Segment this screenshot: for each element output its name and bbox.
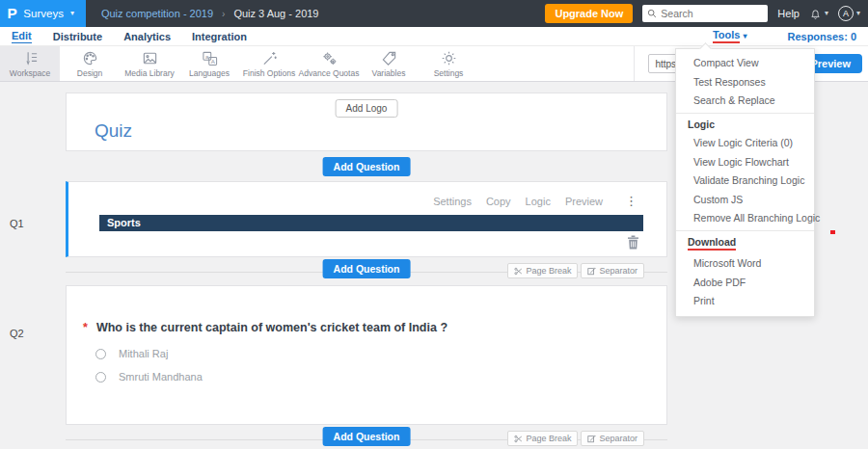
tab-integration[interactable]: Integration (192, 31, 247, 42)
menu-divider (676, 113, 814, 114)
chevron-down-icon: ▾ (743, 33, 746, 40)
question-actions: Settings Copy Logic Preview ⋮ (433, 194, 637, 208)
nav-right: Tools ▾ Responses: 0 (713, 29, 856, 43)
survey-title[interactable]: Quiz (95, 120, 132, 142)
tools-dropdown-menu: Compact View Test Responses Search & Rep… (675, 48, 815, 317)
question-card-q2[interactable]: *Who is the current captain of women's c… (66, 285, 667, 425)
svg-text:A: A (210, 57, 215, 64)
responses-count[interactable]: Responses: 0 (787, 31, 856, 42)
account-menu[interactable]: A ▾ (838, 6, 860, 21)
add-question-button-mid[interactable]: Add Question (323, 259, 411, 278)
help-link[interactable]: Help (777, 8, 800, 19)
menu-item-test-responses[interactable]: Test Responses (676, 73, 814, 92)
menu-item-custom-js[interactable]: Custom JS (676, 191, 814, 210)
search-box[interactable] (642, 5, 768, 22)
scissors-icon (514, 435, 523, 443)
chevron-down-icon: ▾ (70, 10, 74, 17)
tools-menu-button[interactable]: Tools ▾ (713, 29, 747, 43)
menu-item-adobe-pdf[interactable]: Adobe PDF (676, 274, 814, 293)
trash-icon (627, 235, 639, 250)
tools-label: Tools (713, 29, 741, 43)
svg-text:a: a (205, 52, 209, 59)
scissors-icon (514, 267, 523, 276)
tool-settings[interactable]: Settings (419, 46, 478, 81)
breadcrumb-survey: Quiz 3 Aug - 2019 (233, 8, 318, 19)
tab-analytics[interactable]: Analytics (123, 31, 171, 42)
delete-question-button[interactable] (627, 235, 639, 253)
topbar-right: Upgrade Now Help ▾ A ▾ (545, 4, 868, 23)
product-label: Surveys (23, 8, 64, 19)
menu-item-validate-branching-logic[interactable]: Validate Branching Logic (676, 172, 814, 191)
answer-option[interactable]: Smruti Mandhana (95, 371, 203, 383)
bell-icon (809, 8, 822, 20)
separator-icon (587, 435, 596, 443)
insert-row: Add Question Page Break Separator (66, 263, 667, 281)
add-logo-button[interactable]: Add Logo (336, 99, 398, 118)
image-icon (142, 50, 158, 66)
separator-button[interactable]: Separator (581, 431, 644, 446)
menu-item-print[interactable]: Print (676, 292, 814, 311)
survey-content: Add Logo Quiz Add Question Settings Copy… (66, 82, 667, 449)
separator-icon (587, 267, 596, 276)
notifications-menu[interactable]: ▾ (809, 8, 828, 20)
annotation-dot (830, 230, 835, 234)
page-break-button[interactable]: Page Break (507, 431, 578, 446)
search-input[interactable] (661, 8, 763, 19)
tool-workspace[interactable]: Workspace (0, 46, 60, 81)
menu-divider (676, 230, 814, 231)
tool-finish-options[interactable]: Finish Options (239, 46, 299, 81)
tool-design[interactable]: Design (60, 46, 120, 81)
menu-header-download: Download (676, 233, 814, 255)
breadcrumb-folder[interactable]: Quiz competition - 2019 (101, 8, 213, 19)
question-logic-button[interactable]: Logic (526, 196, 551, 207)
search-icon (647, 9, 657, 18)
question-copy-button[interactable]: Copy (486, 196, 511, 207)
question-number-q1: Q1 (10, 218, 24, 229)
question-number-q2: Q2 (10, 328, 24, 339)
question-settings-button[interactable]: Settings (433, 196, 472, 207)
menu-item-search-replace[interactable]: Search & Replace (676, 92, 814, 111)
question-text: *Who is the current captain of women's c… (83, 321, 448, 334)
menu-item-view-logic-criteria[interactable]: View Logic Criteria (0) (676, 134, 814, 153)
toolbar-items: Workspace Design Media Library aA Langua… (0, 46, 478, 81)
tool-variables[interactable]: Variables (359, 46, 419, 81)
add-question-button-top[interactable]: Add Question (323, 157, 411, 176)
menu-item-compact-view[interactable]: Compact View (676, 54, 814, 73)
separator-button[interactable]: Separator (581, 263, 644, 278)
surveys-menu[interactable]: P Surveys ▾ (0, 0, 86, 27)
top-bar: P Surveys ▾ Quiz competition - 2019 › Qu… (0, 0, 868, 27)
radio-button[interactable] (95, 349, 106, 359)
survey-header-card: Add Logo Quiz (66, 92, 667, 151)
breadcrumb: Quiz competition - 2019 › Quiz 3 Aug - 2… (101, 8, 319, 19)
insert-row: Add Question Page Break Separator (66, 431, 667, 449)
question-preview-button[interactable]: Preview (565, 196, 603, 207)
translate-icon: aA (202, 50, 218, 66)
palette-icon (82, 50, 98, 66)
required-asterisk: * (83, 321, 88, 334)
question-card-q1[interactable]: Settings Copy Logic Preview ⋮ Sports (66, 181, 667, 257)
upgrade-now-button[interactable]: Upgrade Now (545, 4, 633, 23)
menu-header-logic: Logic (676, 116, 814, 135)
page-break-button[interactable]: Page Break (507, 263, 578, 278)
section-heading-block[interactable]: Sports (99, 215, 643, 231)
menu-item-remove-all-branching-logic[interactable]: Remove All Branching Logic (676, 209, 814, 228)
answer-option[interactable]: Mithali Raj (95, 348, 168, 359)
workspace-icon (22, 50, 39, 66)
chevron-down-icon: ▾ (856, 10, 860, 17)
tool-media-library[interactable]: Media Library (120, 46, 179, 81)
page-break-separator-group: Page Break Separator (507, 431, 644, 446)
gear-icon (441, 50, 457, 66)
breadcrumb-separator-icon: › (222, 9, 225, 19)
nav-bar: Edit Distribute Analytics Integration To… (0, 27, 868, 46)
radio-button[interactable] (95, 372, 106, 383)
more-options-icon[interactable]: ⋮ (625, 194, 637, 208)
tool-languages[interactable]: aA Languages (179, 46, 239, 81)
menu-item-view-logic-flowchart[interactable]: View Logic Flowchart (676, 153, 814, 172)
add-question-button-bottom[interactable]: Add Question (323, 427, 411, 446)
gears-icon (321, 50, 338, 66)
tab-distribute[interactable]: Distribute (53, 31, 102, 42)
tab-edit[interactable]: Edit (12, 30, 32, 43)
app-logo: P (8, 6, 17, 21)
tool-advance-quotas[interactable]: Advance Quotas (299, 46, 359, 81)
menu-item-microsoft-word[interactable]: Microsoft Word (676, 254, 814, 274)
